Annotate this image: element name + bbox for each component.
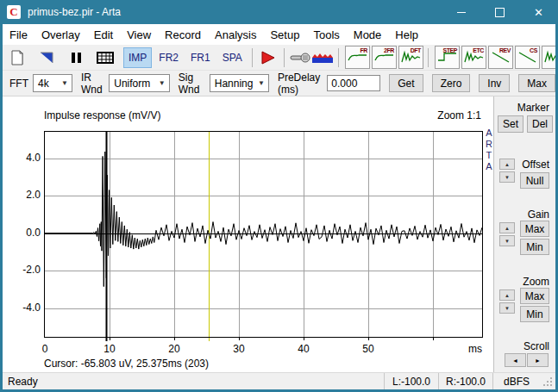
gain-up-button[interactable]: ▲	[499, 222, 515, 233]
chevron-down-icon: ▼	[258, 79, 265, 87]
toolbar-button-2fr[interactable]: 2FR	[372, 46, 397, 69]
scroll-right-button[interactable]: ►	[527, 353, 549, 367]
microphone-icon	[289, 53, 311, 63]
predelay-zero-button[interactable]: Zero	[432, 74, 471, 92]
resize-grip[interactable]	[540, 373, 555, 389]
maximize-button[interactable]	[480, 0, 519, 24]
gain-down-button[interactable]: ▼	[499, 235, 515, 246]
zoom-ratio-label: Zoom 1:1	[44, 109, 481, 121]
toolbar-button-etc[interactable]: ETC	[461, 46, 486, 69]
arta-watermark: A R T A	[486, 128, 492, 172]
table-view-button[interactable]	[94, 47, 116, 68]
offset-null-button[interactable]: Null	[520, 172, 549, 189]
analysis-button-group: FR2FRDFT	[343, 46, 423, 69]
impulse-chart-panel: Impulse response (mV/V) Zoom 1:1 4.02.00…	[3, 96, 493, 372]
toolbar-button-rev[interactable]: REV	[488, 46, 513, 69]
zoom-up-button[interactable]: ▲	[499, 289, 515, 301]
zoom-min-button[interactable]: Min	[520, 306, 549, 322]
toolbar-button-bd[interactable]: BD	[542, 46, 555, 69]
toolbar-separator	[338, 48, 339, 67]
up-arrow-icon: ▲	[505, 162, 510, 167]
close-button[interactable]: ✕	[519, 0, 558, 24]
measurement-controls-bar: FFT 4k ▼ IR Wnd Uniform ▼ Sig Wnd Hannin…	[3, 70, 555, 96]
predelay-get-button[interactable]: Get	[389, 74, 423, 92]
predelay-max-button[interactable]: Max	[518, 74, 555, 92]
offset-down-button[interactable]: ▼	[499, 171, 515, 183]
y-axis-tick: -4.0	[6, 302, 41, 314]
status-right-level: R:-100.0	[438, 373, 492, 389]
status-message: Ready	[3, 376, 38, 388]
signal-generator-button[interactable]	[311, 47, 334, 68]
chart-button-label: DFT	[411, 47, 421, 53]
scroll-left-button[interactable]: ◄	[505, 353, 526, 367]
microphone-button[interactable]	[289, 47, 311, 68]
zoom-max-button[interactable]: Max	[520, 288, 549, 304]
zoom-down-button[interactable]: ▼	[499, 302, 515, 314]
app-icon-letter: C	[9, 5, 17, 19]
impulse-response-plot[interactable]	[44, 131, 483, 343]
mode-button-group: IMPFR2FR1SPA	[122, 47, 248, 68]
table-icon	[97, 51, 114, 65]
menu-item-mode[interactable]: Mode	[347, 24, 389, 45]
sig-window-select[interactable]: Hanning ▼	[210, 74, 269, 92]
mode-button-spa[interactable]: SPA	[217, 47, 248, 68]
menu-item-setup[interactable]: Setup	[263, 24, 306, 45]
menu-item-analysis[interactable]: Analysis	[208, 24, 263, 45]
app-icon: C	[7, 5, 21, 19]
chart-button-label: 2FR	[384, 47, 394, 53]
predelay-buttons: GetZeroInvMax	[380, 74, 555, 92]
x-axis-tick: 20	[168, 343, 179, 355]
menu-bar: FileOverlayEditViewRecordAnalysisSetupTo…	[3, 24, 555, 45]
toolbar-separator	[252, 48, 253, 67]
menu-item-overlay[interactable]: Overlay	[34, 24, 87, 45]
predelay-inv-button[interactable]: Inv	[479, 74, 510, 92]
marker-section-label: Marker	[517, 102, 549, 114]
ir-window-label: IR Wnd	[81, 72, 104, 96]
impulse-chart-svg	[44, 131, 483, 343]
predelay-input[interactable]	[327, 75, 380, 91]
gain-max-button[interactable]: Max	[520, 221, 549, 237]
x-axis-tick: 0	[42, 343, 48, 355]
ir-window-select[interactable]: Uniform ▼	[109, 74, 170, 92]
status-bar: Ready L:-100.0 R:-100.0 dBFS	[3, 372, 555, 389]
menu-item-file[interactable]: File	[3, 24, 34, 45]
y-axis-tick: -2.0	[6, 264, 41, 276]
minimize-button[interactable]	[442, 0, 480, 24]
menu-item-record[interactable]: Record	[158, 24, 208, 45]
new-file-button[interactable]	[6, 47, 28, 68]
client-area: FileOverlayEditViewRecordAnalysisSetupTo…	[3, 24, 555, 389]
toolbar-button-step[interactable]: STEP	[435, 46, 460, 69]
mode-button-fr1[interactable]: FR1	[185, 47, 216, 68]
marker-set-button[interactable]: Set	[498, 115, 524, 133]
window-title: primus-bez.pir - Arta	[28, 6, 121, 18]
fft-label: FFT	[9, 78, 28, 90]
main-area: Impulse response (mV/V) Zoom 1:1 4.02.00…	[3, 96, 555, 372]
menu-item-view[interactable]: View	[120, 24, 158, 45]
toolbar-button-cs[interactable]: CS	[515, 46, 540, 69]
menu-item-edit[interactable]: Edit	[87, 24, 120, 45]
mode-button-imp[interactable]: IMP	[123, 47, 152, 68]
toolbar-button-fr[interactable]: FR	[345, 46, 370, 69]
ir-window-value: Uniform	[114, 78, 150, 90]
x-axis-tick: 40	[298, 343, 309, 355]
offset-up-button[interactable]: ▲	[499, 159, 515, 170]
menu-item-help[interactable]: Help	[388, 24, 425, 45]
overlay-button[interactable]	[35, 47, 58, 68]
gain-min-button[interactable]: Min	[520, 239, 549, 255]
status-unit: dBFS	[492, 373, 540, 389]
marker-del-button[interactable]: Del	[527, 115, 553, 133]
main-toolbar: IMPFR2FR1SPA FR2FRDFT STEPETCREVCSBD	[3, 45, 555, 70]
mode-button-fr2[interactable]: FR2	[154, 47, 184, 68]
chevron-down-icon: ▼	[159, 79, 166, 87]
menu-item-tools[interactable]: Tools	[306, 24, 346, 45]
impulse-response-trace	[45, 152, 482, 287]
minimize-icon	[457, 12, 466, 13]
stop-pause-button[interactable]	[65, 47, 87, 68]
up-arrow-icon: ▲	[505, 226, 510, 231]
new-file-icon	[9, 49, 25, 66]
play-button[interactable]	[257, 47, 279, 68]
fft-select[interactable]: 4k ▼	[33, 74, 72, 92]
toolbar-button-dft[interactable]: DFT	[398, 46, 423, 69]
up-arrow-icon: ▲	[505, 293, 510, 298]
cursor-readout: Cursor: -65.803 uV, 25.375ms (203)	[44, 358, 209, 370]
